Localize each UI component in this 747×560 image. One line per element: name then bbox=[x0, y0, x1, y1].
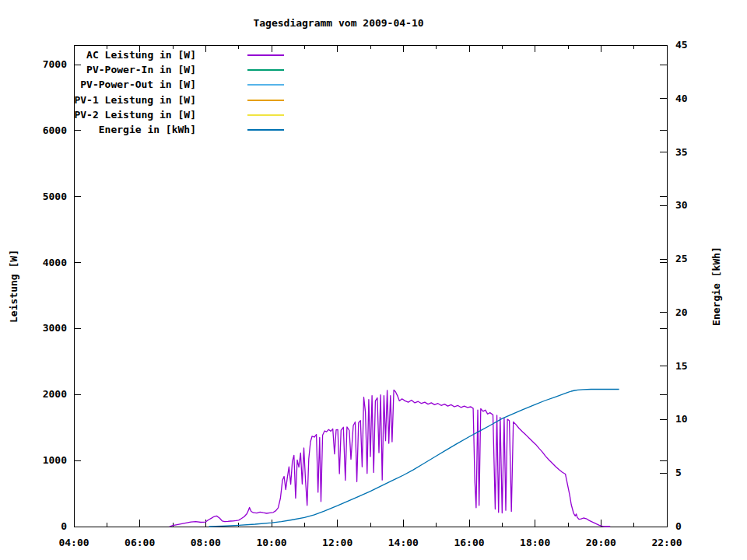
x-tick-label: 04:00 bbox=[58, 537, 89, 548]
series-ac_leistung bbox=[170, 390, 610, 527]
y2-tick-label: 20 bbox=[675, 306, 688, 318]
legend-label-pv2_leistung: PV-2 Leistung in [W] bbox=[74, 109, 196, 121]
y2-tick-label: 40 bbox=[675, 93, 688, 104]
y2-tick-label: 35 bbox=[675, 146, 688, 158]
x-tick-label: 16:00 bbox=[454, 537, 484, 548]
y-tick-label: 2000 bbox=[43, 388, 67, 400]
series-energie bbox=[209, 390, 619, 527]
legend-label-pv_power_out: PV-Power-Out in [W] bbox=[80, 79, 196, 90]
y2-tick-label: 45 bbox=[675, 39, 688, 51]
y-tick-label: 7000 bbox=[43, 58, 67, 70]
y-tick-label: 4000 bbox=[43, 257, 67, 268]
legend-label-pv1_leistung: PV-1 Leistung in [W] bbox=[74, 94, 196, 106]
x-tick-label: 06:00 bbox=[124, 537, 155, 548]
chart-canvas: Tagesdiagramm vom 2009-04-10 Leistung [W… bbox=[0, 0, 747, 560]
y-tick-label: 5000 bbox=[43, 191, 67, 202]
x-tick-label: 20:00 bbox=[586, 537, 616, 548]
legend-label-energie: Energie in [kWh] bbox=[99, 124, 196, 135]
y-tick-label: 0 bbox=[61, 520, 67, 532]
legend-label-pv_power_in: PV-Power-In in [W] bbox=[86, 64, 196, 75]
y2-tick-label: 25 bbox=[675, 253, 688, 264]
y2-tick-label: 0 bbox=[675, 520, 682, 532]
plot-area: 04:0006:0008:0010:0012:0014:0016:0018:00… bbox=[0, 0, 747, 560]
x-tick-label: 14:00 bbox=[388, 537, 419, 548]
x-tick-label: 18:00 bbox=[520, 537, 550, 548]
x-tick-label: 10:00 bbox=[256, 537, 286, 548]
y-tick-label: 1000 bbox=[43, 454, 67, 466]
y2-tick-label: 15 bbox=[675, 360, 688, 372]
legend-label-ac_leistung: AC Leistung in [W] bbox=[86, 49, 196, 61]
y2-tick-label: 30 bbox=[675, 199, 688, 211]
y2-tick-label: 5 bbox=[675, 467, 682, 478]
y2-tick-label: 10 bbox=[675, 413, 688, 425]
x-tick-label: 22:00 bbox=[651, 537, 682, 548]
y-tick-label: 6000 bbox=[43, 124, 67, 136]
x-tick-label: 12:00 bbox=[322, 537, 352, 548]
y-tick-label: 3000 bbox=[43, 322, 67, 334]
x-tick-label: 08:00 bbox=[191, 537, 221, 548]
